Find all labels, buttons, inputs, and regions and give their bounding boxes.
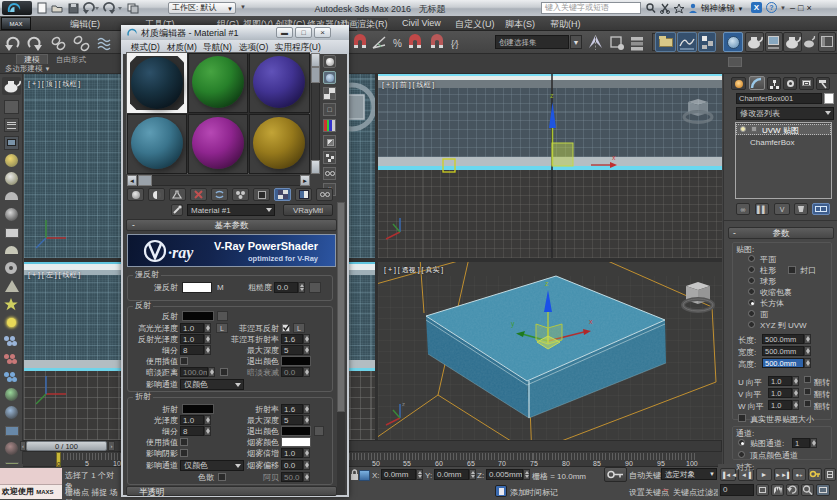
svg-text:z: z	[550, 92, 554, 99]
svg-text:optimized for V-Ray: optimized for V-Ray	[248, 254, 319, 263]
svg-text:z: z	[545, 280, 549, 287]
svg-text:·ray: ·ray	[168, 244, 194, 262]
svg-text:V-Ray PowerShader: V-Ray PowerShader	[214, 240, 319, 252]
svg-text:x: x	[612, 154, 616, 161]
svg-text:{⁄}: {⁄}	[451, 39, 459, 49]
svg-text:x: x	[589, 318, 593, 325]
svg-text:%: %	[393, 38, 402, 49]
svg-text:y: y	[511, 320, 515, 328]
svg-text:z: z	[402, 401, 405, 407]
